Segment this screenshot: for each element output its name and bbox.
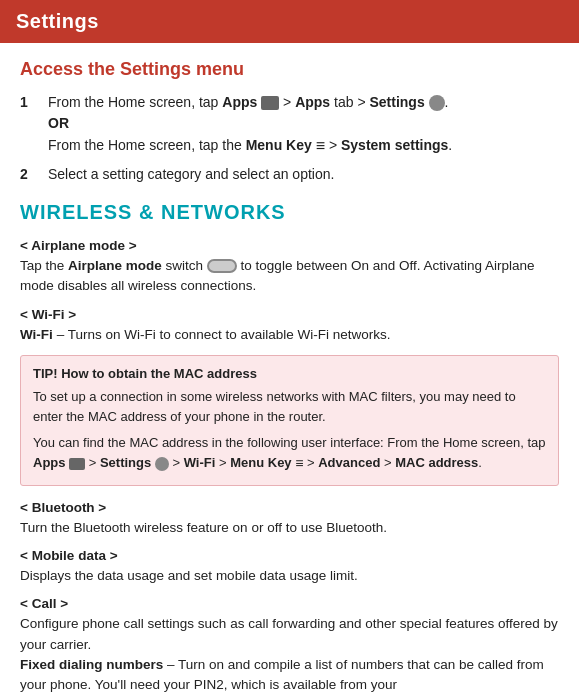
- airplane-mode-label: < Airplane mode >: [20, 238, 559, 253]
- step-1-number: 1: [20, 92, 40, 113]
- bluetooth-label: < Bluetooth >: [20, 500, 559, 515]
- fixed-dialing-bold: Fixed dialing numbers: [20, 657, 163, 672]
- mobile-data-label: < Mobile data >: [20, 548, 559, 563]
- step-1: 1 From the Home screen, tap Apps > Apps …: [20, 92, 559, 158]
- call-desc: Configure phone call settings such as ca…: [20, 614, 559, 695]
- page-title: Settings: [16, 10, 563, 33]
- step-1-text: From the Home screen, tap Apps > Apps ta…: [48, 92, 559, 158]
- tip-paragraph-1: To set up a connection in some wireless …: [33, 387, 546, 427]
- access-section-title: Access the Settings menu: [20, 59, 559, 80]
- step-2-text: Select a setting category and select an …: [48, 164, 559, 185]
- step-2: 2 Select a setting category and select a…: [20, 164, 559, 185]
- tip-box: TIP! How to obtain the MAC address To se…: [20, 355, 559, 486]
- wifi-desc: Wi-Fi – Turns on Wi-Fi to connect to ava…: [20, 325, 559, 345]
- step-2-number: 2: [20, 164, 40, 185]
- wifi-label: < Wi-Fi >: [20, 307, 559, 322]
- tip-title: TIP! How to obtain the MAC address: [33, 366, 546, 381]
- mobile-data-desc: Displays the data usage and set mobile d…: [20, 566, 559, 586]
- airplane-mode-desc: Tap the Airplane mode switch to toggle b…: [20, 256, 559, 297]
- steps-list: 1 From the Home screen, tap Apps > Apps …: [20, 92, 559, 185]
- main-content: Access the Settings menu 1 From the Home…: [0, 43, 579, 700]
- wireless-section-title: WIRELESS & NETWORKS: [20, 201, 559, 224]
- tip-paragraph-2: You can find the MAC address in the foll…: [33, 433, 546, 475]
- bluetooth-desc: Turn the Bluetooth wireless feature on o…: [20, 518, 559, 538]
- call-label: < Call >: [20, 596, 559, 611]
- header-bar: Settings: [0, 0, 579, 43]
